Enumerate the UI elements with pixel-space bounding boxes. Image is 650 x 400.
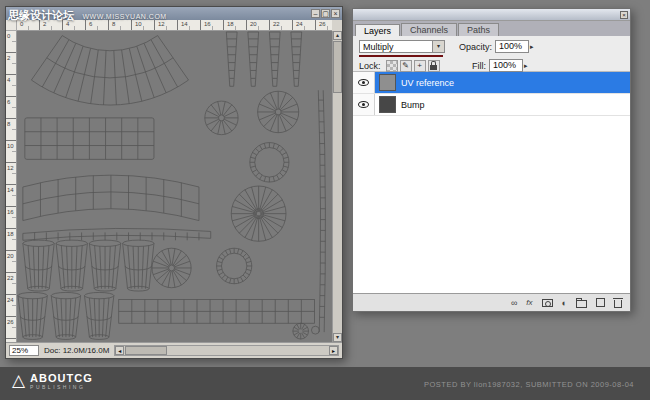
vertical-scrollbar[interactable]: ▴ ▾ xyxy=(332,31,342,342)
ruler-left: 02468101214161820222426 xyxy=(6,31,17,342)
ruler-number: 8 xyxy=(7,121,10,127)
canvas-wireframe xyxy=(17,31,332,342)
ruler-number: 22 xyxy=(273,21,280,27)
layer-controls: Multiply ▾ Opacity: 100% ▸ Lock: ✎ + Fil… xyxy=(353,36,630,72)
scroll-up-icon[interactable]: ▴ xyxy=(333,31,342,40)
ruler-number: 4 xyxy=(7,77,10,83)
ruler-number: 12 xyxy=(7,165,14,171)
layers-panel: × Layers Channels Paths Multiply ▾ Opaci… xyxy=(352,8,631,312)
tab-channels[interactable]: Channels xyxy=(401,23,457,36)
minimize-button[interactable]: – xyxy=(311,9,320,18)
ruler-number: 18 xyxy=(227,21,234,27)
chevron-down-icon[interactable]: ▾ xyxy=(432,41,444,52)
lock-transparency-icon[interactable] xyxy=(386,60,398,72)
posted-info: POSTED BY lion1987032, SUBMITTED ON 2009… xyxy=(424,380,634,389)
lock-all-icon[interactable] xyxy=(428,60,440,72)
layer-thumbnail[interactable] xyxy=(379,74,396,91)
lock-position-icon[interactable]: + xyxy=(414,60,426,72)
new-group-icon[interactable] xyxy=(576,300,587,308)
ruler-number: 26 xyxy=(319,21,326,27)
site-watermark: 思缘设计论坛 WWW.MISSYUAN.COM xyxy=(8,5,167,23)
layers-list: UV reference Bump xyxy=(353,72,630,293)
ruler-number: 14 xyxy=(181,21,188,27)
watermark-site-url: WWW.MISSYUAN.COM xyxy=(82,13,166,20)
panel-bottom-bar: ∞ fx ◐ xyxy=(353,293,630,311)
scroll-right-icon[interactable]: ▸ xyxy=(329,346,338,355)
status-bar: 25% Doc: 12.0M/16.0M ◂ ▸ xyxy=(6,342,342,358)
maximize-button[interactable]: ▢ xyxy=(321,9,330,18)
ruler-number: 0 xyxy=(7,33,10,39)
layer-name[interactable]: Bump xyxy=(401,100,425,110)
ruler-number: 2 xyxy=(7,55,10,61)
ruler-number: 24 xyxy=(296,21,303,27)
annotation-red-underline xyxy=(359,55,443,57)
new-layer-icon[interactable] xyxy=(596,298,605,307)
scroll-down-icon[interactable]: ▾ xyxy=(333,333,342,342)
close-button[interactable]: × xyxy=(331,9,340,18)
ruler-number: 26 xyxy=(7,319,14,325)
horizontal-scrollbar[interactable]: ◂ ▸ xyxy=(114,345,339,356)
document-window: – ▢ × 02468101214161820222426 0246810121… xyxy=(5,6,343,359)
ruler-number: 6 xyxy=(7,99,10,105)
ruler-number: 20 xyxy=(7,253,14,259)
link-layers-icon[interactable]: ∞ xyxy=(511,298,517,308)
watermark-site-name: 思缘设计论坛 xyxy=(8,9,74,21)
eye-icon xyxy=(358,101,369,108)
tab-paths[interactable]: Paths xyxy=(458,23,499,36)
adjustment-layer-icon[interactable]: ◐ xyxy=(562,298,567,308)
fill-slider-icon[interactable]: ▸ xyxy=(524,62,528,70)
zoom-level-input[interactable]: 25% xyxy=(9,345,39,356)
brand-logo: △ ABOUTCG PUBLISHING xyxy=(12,371,93,391)
blend-mode-value: Multiply xyxy=(360,42,432,52)
canvas-area[interactable] xyxy=(17,31,332,342)
scroll-left-icon[interactable]: ◂ xyxy=(115,346,124,355)
brand-subtitle: PUBLISHING xyxy=(30,384,93,390)
triangle-logo-icon: △ xyxy=(12,371,25,391)
layer-row-uv-reference[interactable]: UV reference xyxy=(353,72,630,94)
document-size-info: Doc: 12.0M/16.0M xyxy=(44,346,109,355)
window-controls: – ▢ × xyxy=(311,9,340,18)
layer-row-bump[interactable]: Bump xyxy=(353,94,630,116)
delete-layer-icon[interactable] xyxy=(614,300,622,308)
lock-label: Lock: xyxy=(359,61,381,71)
ruler-number: 24 xyxy=(7,297,14,303)
blend-mode-dropdown[interactable]: Multiply ▾ xyxy=(359,40,445,53)
lock-pixels-icon[interactable]: ✎ xyxy=(400,60,412,72)
panel-titlebar[interactable]: × xyxy=(353,9,630,21)
ruler-number: 22 xyxy=(7,275,14,281)
opacity-input[interactable]: 100% xyxy=(495,40,529,53)
vertical-scroll-thumb[interactable] xyxy=(333,41,342,93)
ruler-number: 20 xyxy=(250,21,257,27)
visibility-toggle[interactable] xyxy=(353,72,375,93)
layer-thumbnail[interactable] xyxy=(379,96,396,113)
layer-mask-icon[interactable] xyxy=(542,299,553,307)
ruler-number: 18 xyxy=(7,231,14,237)
footer-bar: △ ABOUTCG PUBLISHING POSTED BY lion19870… xyxy=(0,367,650,400)
opacity-slider-icon[interactable]: ▸ xyxy=(530,43,534,51)
ruler-number: 16 xyxy=(204,21,211,27)
ruler-number: 10 xyxy=(7,143,14,149)
visibility-toggle[interactable] xyxy=(353,94,375,115)
opacity-label: Opacity: xyxy=(459,42,492,52)
ruler-number: 16 xyxy=(7,209,14,215)
fill-input[interactable]: 100% xyxy=(489,59,523,72)
ruler-number: 14 xyxy=(7,187,14,193)
fill-label: Fill: xyxy=(472,61,486,71)
panel-tabs: Layers Channels Paths xyxy=(353,21,630,36)
horizontal-scroll-thumb[interactable] xyxy=(125,346,167,355)
brand-name: ABOUTCG xyxy=(30,372,93,384)
layer-name[interactable]: UV reference xyxy=(401,78,454,88)
layer-style-icon[interactable]: fx xyxy=(526,298,532,308)
panel-close-icon[interactable]: × xyxy=(620,11,628,19)
eye-icon xyxy=(358,79,369,86)
